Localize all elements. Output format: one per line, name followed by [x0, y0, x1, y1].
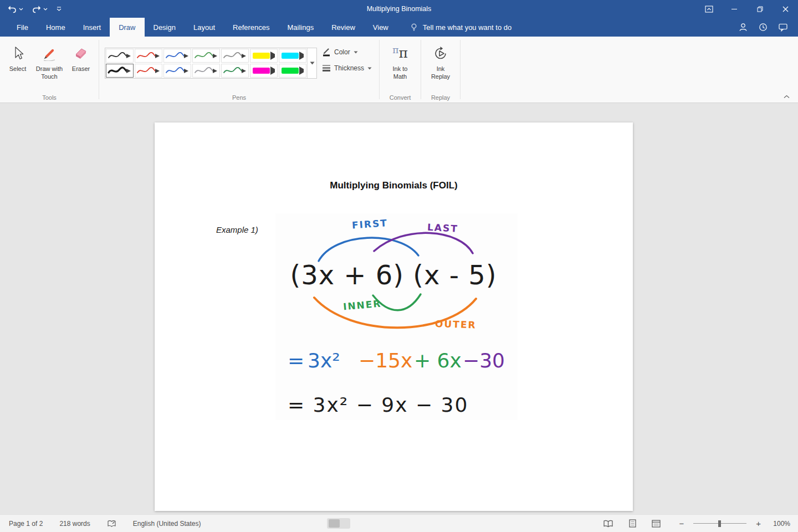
pen-thickness-label: Thickness: [334, 64, 364, 72]
collapse-ribbon-button[interactable]: [782, 93, 791, 100]
pen-color-icon: [322, 48, 331, 57]
restore-button[interactable]: [747, 0, 773, 18]
pen-swatch[interactable]: [106, 64, 134, 78]
pen-swatch[interactable]: [192, 49, 220, 63]
pen-gallery-more-button[interactable]: [307, 48, 316, 78]
tab-mailings[interactable]: Mailings: [279, 18, 323, 37]
touch-pen-icon: [42, 44, 57, 63]
horizontal-scrollbar[interactable]: [327, 518, 350, 529]
restore-icon: [757, 6, 763, 12]
read-mode-button[interactable]: [603, 520, 613, 528]
tab-insert[interactable]: Insert: [74, 18, 110, 37]
undo-button[interactable]: [3, 0, 28, 18]
undo-menu-chevron-icon[interactable]: [19, 8, 23, 11]
activity-history-button[interactable]: [758, 22, 768, 32]
tab-references[interactable]: References: [224, 18, 278, 37]
word-count[interactable]: 218 words: [59, 520, 90, 528]
print-layout-button[interactable]: [629, 519, 636, 528]
pen-swatch[interactable]: [163, 49, 191, 63]
ribbon-display-options-button[interactable]: [696, 0, 722, 18]
group-replay: Ink Replay Replay: [421, 37, 460, 103]
select-label: Select: [9, 65, 27, 73]
pen-color-button[interactable]: Color: [322, 45, 372, 59]
document-area[interactable]: Multiplying Binomials (FOIL) Example 1) …: [0, 104, 798, 514]
zoom-slider[interactable]: [693, 520, 746, 528]
pen-swatch[interactable]: [106, 49, 134, 63]
redo-menu-chevron-icon[interactable]: [43, 8, 48, 11]
document-heading: Multiplying Binomials (FOIL): [155, 180, 633, 191]
pen-thickness-button[interactable]: Thickness: [322, 62, 372, 75]
step1-term-first: 3x²: [308, 349, 340, 372]
page-indicator[interactable]: Page 1 of 2: [9, 520, 43, 528]
sign-in-button[interactable]: [738, 22, 748, 32]
group-separator: [460, 40, 461, 99]
web-layout-icon: [652, 520, 661, 528]
tab-design[interactable]: Design: [145, 18, 185, 37]
highlighter-swatch[interactable]: [250, 64, 278, 78]
tab-view[interactable]: View: [364, 18, 397, 37]
lightbulb-icon: [410, 23, 418, 32]
proofing-status-button[interactable]: [107, 520, 116, 528]
minimize-icon: [732, 9, 737, 9]
highlighter-swatch[interactable]: [279, 64, 306, 78]
group-tools: Select Draw with Touch Eraser Tools: [0, 37, 99, 103]
pen-controls: Color Thickness: [322, 45, 372, 78]
group-pens: Color Thickness Pens: [99, 37, 379, 103]
redo-button[interactable]: [28, 0, 52, 18]
pencil-swatch[interactable]: [221, 49, 249, 63]
highlighter-swatch[interactable]: [279, 49, 306, 63]
horizontal-scrollbar-thumb[interactable]: [329, 519, 340, 528]
step2-result: = 3x² − 9x − 30: [288, 393, 468, 416]
quick-access-toolbar: [0, 0, 66, 18]
zoom-in-button[interactable]: +: [755, 519, 762, 528]
window-title: Multiplying Binomials: [0, 5, 798, 13]
eraser-label: Eraser: [72, 65, 90, 73]
ink-to-math-label: Ink to Math: [388, 65, 412, 81]
eraser-button[interactable]: Eraser: [65, 37, 96, 103]
pen-swatch[interactable]: [163, 64, 191, 78]
minimize-button[interactable]: [722, 0, 747, 18]
title-bar: Multiplying Binomials: [0, 0, 798, 18]
status-left: Page 1 of 2 218 words English (United St…: [0, 520, 218, 528]
tab-review[interactable]: Review: [323, 18, 364, 37]
tab-draw[interactable]: Draw: [110, 18, 144, 37]
print-layout-icon: [629, 519, 636, 528]
draw-with-touch-button[interactable]: Draw with Touch: [33, 37, 65, 103]
comments-button[interactable]: [778, 22, 788, 32]
tab-home[interactable]: Home: [37, 18, 74, 37]
replay-group-label: Replay: [421, 94, 460, 101]
chevron-down-icon: [354, 51, 358, 54]
pen-swatch[interactable]: [221, 64, 249, 78]
draw-with-touch-label: Draw with Touch: [33, 65, 65, 81]
ribbon: Select Draw with Touch Eraser Tools: [0, 37, 798, 103]
ink-replay-icon: [433, 44, 448, 63]
example-label: Example 1): [216, 225, 258, 234]
step1-term-outer: −15x: [359, 349, 412, 372]
web-layout-button[interactable]: [652, 520, 661, 528]
tell-me-label: Tell me what you want to do: [423, 23, 511, 32]
status-right: − + 100%: [603, 519, 798, 528]
close-button[interactable]: [773, 0, 798, 18]
pen-swatch[interactable]: [135, 64, 162, 78]
language-status[interactable]: English (United States): [133, 520, 201, 528]
zoom-out-button[interactable]: −: [678, 519, 685, 528]
document-page[interactable]: Multiplying Binomials (FOIL) Example 1) …: [155, 122, 633, 511]
ink-replay-button[interactable]: Ink Replay: [423, 37, 458, 103]
customize-quick-access-button[interactable]: [52, 0, 66, 18]
pen-swatch[interactable]: [192, 64, 220, 78]
zoom-slider-thumb[interactable]: [718, 520, 721, 527]
highlighter-swatch[interactable]: [250, 49, 278, 63]
select-button[interactable]: Select: [2, 37, 33, 103]
close-icon: [782, 6, 789, 12]
redo-icon: [32, 5, 41, 13]
tell-me-button[interactable]: Tell me what you want to do: [402, 18, 519, 37]
pen-swatch[interactable]: [135, 49, 162, 63]
tab-layout[interactable]: Layout: [185, 18, 224, 37]
figure-background: [275, 213, 518, 420]
pen-gallery: [105, 48, 307, 78]
zoom-level[interactable]: 100%: [770, 520, 790, 528]
last-label: LAST: [427, 222, 459, 234]
ink-to-math-button[interactable]: ππ Ink to Math: [382, 37, 418, 103]
select-cursor-icon: [11, 44, 24, 63]
tab-file[interactable]: File: [8, 18, 37, 37]
